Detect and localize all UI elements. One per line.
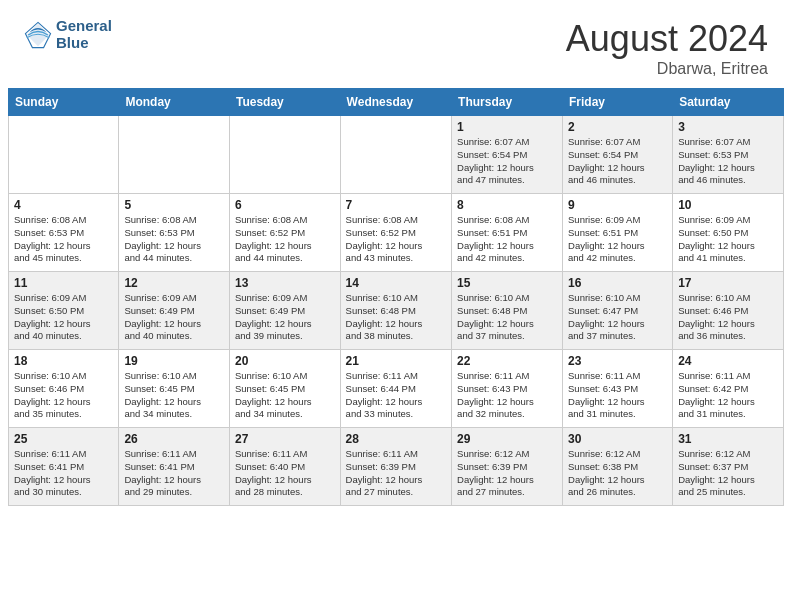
logo-general: General	[56, 18, 112, 35]
day-number: 8	[457, 198, 557, 212]
calendar-cell: 17Sunrise: 6:10 AM Sunset: 6:46 PM Dayli…	[673, 272, 784, 350]
day-number: 18	[14, 354, 113, 368]
calendar-cell: 23Sunrise: 6:11 AM Sunset: 6:43 PM Dayli…	[563, 350, 673, 428]
calendar-cell: 15Sunrise: 6:10 AM Sunset: 6:48 PM Dayli…	[452, 272, 563, 350]
day-info: Sunrise: 6:10 AM Sunset: 6:47 PM Dayligh…	[568, 292, 667, 343]
day-number: 14	[346, 276, 446, 290]
day-number: 9	[568, 198, 667, 212]
day-info: Sunrise: 6:11 AM Sunset: 6:42 PM Dayligh…	[678, 370, 778, 421]
calendar-cell: 20Sunrise: 6:10 AM Sunset: 6:45 PM Dayli…	[229, 350, 340, 428]
calendar-cell: 26Sunrise: 6:11 AM Sunset: 6:41 PM Dayli…	[119, 428, 230, 506]
calendar-cell: 19Sunrise: 6:10 AM Sunset: 6:45 PM Dayli…	[119, 350, 230, 428]
day-info: Sunrise: 6:11 AM Sunset: 6:39 PM Dayligh…	[346, 448, 446, 499]
header: General Blue August 2024 Dbarwa, Eritrea	[0, 0, 792, 88]
day-info: Sunrise: 6:08 AM Sunset: 6:52 PM Dayligh…	[235, 214, 335, 265]
day-number: 22	[457, 354, 557, 368]
day-number: 28	[346, 432, 446, 446]
day-number: 1	[457, 120, 557, 134]
day-number: 29	[457, 432, 557, 446]
day-number: 13	[235, 276, 335, 290]
day-info: Sunrise: 6:10 AM Sunset: 6:45 PM Dayligh…	[124, 370, 224, 421]
day-info: Sunrise: 6:10 AM Sunset: 6:48 PM Dayligh…	[457, 292, 557, 343]
day-number: 25	[14, 432, 113, 446]
day-info: Sunrise: 6:10 AM Sunset: 6:48 PM Dayligh…	[346, 292, 446, 343]
weekday-header-row: SundayMondayTuesdayWednesdayThursdayFrid…	[9, 89, 784, 116]
weekday-header-thursday: Thursday	[452, 89, 563, 116]
calendar-cell: 14Sunrise: 6:10 AM Sunset: 6:48 PM Dayli…	[340, 272, 451, 350]
calendar-cell: 3Sunrise: 6:07 AM Sunset: 6:53 PM Daylig…	[673, 116, 784, 194]
day-info: Sunrise: 6:08 AM Sunset: 6:53 PM Dayligh…	[124, 214, 224, 265]
day-number: 20	[235, 354, 335, 368]
day-info: Sunrise: 6:10 AM Sunset: 6:45 PM Dayligh…	[235, 370, 335, 421]
logo-icon	[24, 21, 52, 49]
calendar-cell	[119, 116, 230, 194]
calendar-cell: 11Sunrise: 6:09 AM Sunset: 6:50 PM Dayli…	[9, 272, 119, 350]
calendar-cell: 16Sunrise: 6:10 AM Sunset: 6:47 PM Dayli…	[563, 272, 673, 350]
calendar-cell: 8Sunrise: 6:08 AM Sunset: 6:51 PM Daylig…	[452, 194, 563, 272]
calendar-cell	[229, 116, 340, 194]
calendar-cell: 1Sunrise: 6:07 AM Sunset: 6:54 PM Daylig…	[452, 116, 563, 194]
calendar-wrapper: SundayMondayTuesdayWednesdayThursdayFrid…	[0, 88, 792, 514]
day-number: 11	[14, 276, 113, 290]
day-info: Sunrise: 6:12 AM Sunset: 6:38 PM Dayligh…	[568, 448, 667, 499]
day-info: Sunrise: 6:09 AM Sunset: 6:49 PM Dayligh…	[124, 292, 224, 343]
calendar-cell: 5Sunrise: 6:08 AM Sunset: 6:53 PM Daylig…	[119, 194, 230, 272]
calendar-cell: 27Sunrise: 6:11 AM Sunset: 6:40 PM Dayli…	[229, 428, 340, 506]
calendar: SundayMondayTuesdayWednesdayThursdayFrid…	[8, 88, 784, 506]
location: Dbarwa, Eritrea	[566, 60, 768, 78]
day-info: Sunrise: 6:10 AM Sunset: 6:46 PM Dayligh…	[678, 292, 778, 343]
day-number: 24	[678, 354, 778, 368]
day-number: 30	[568, 432, 667, 446]
week-row-3: 11Sunrise: 6:09 AM Sunset: 6:50 PM Dayli…	[9, 272, 784, 350]
day-info: Sunrise: 6:11 AM Sunset: 6:41 PM Dayligh…	[14, 448, 113, 499]
calendar-cell: 13Sunrise: 6:09 AM Sunset: 6:49 PM Dayli…	[229, 272, 340, 350]
week-row-2: 4Sunrise: 6:08 AM Sunset: 6:53 PM Daylig…	[9, 194, 784, 272]
calendar-cell: 25Sunrise: 6:11 AM Sunset: 6:41 PM Dayli…	[9, 428, 119, 506]
calendar-cell: 31Sunrise: 6:12 AM Sunset: 6:37 PM Dayli…	[673, 428, 784, 506]
day-number: 15	[457, 276, 557, 290]
day-number: 7	[346, 198, 446, 212]
day-info: Sunrise: 6:08 AM Sunset: 6:52 PM Dayligh…	[346, 214, 446, 265]
day-info: Sunrise: 6:10 AM Sunset: 6:46 PM Dayligh…	[14, 370, 113, 421]
calendar-cell: 9Sunrise: 6:09 AM Sunset: 6:51 PM Daylig…	[563, 194, 673, 272]
weekday-header-monday: Monday	[119, 89, 230, 116]
day-info: Sunrise: 6:07 AM Sunset: 6:54 PM Dayligh…	[568, 136, 667, 187]
calendar-cell: 30Sunrise: 6:12 AM Sunset: 6:38 PM Dayli…	[563, 428, 673, 506]
day-info: Sunrise: 6:11 AM Sunset: 6:43 PM Dayligh…	[457, 370, 557, 421]
calendar-cell: 21Sunrise: 6:11 AM Sunset: 6:44 PM Dayli…	[340, 350, 451, 428]
week-row-4: 18Sunrise: 6:10 AM Sunset: 6:46 PM Dayli…	[9, 350, 784, 428]
logo-blue: Blue	[56, 35, 112, 52]
calendar-cell: 10Sunrise: 6:09 AM Sunset: 6:50 PM Dayli…	[673, 194, 784, 272]
day-info: Sunrise: 6:07 AM Sunset: 6:53 PM Dayligh…	[678, 136, 778, 187]
calendar-cell	[340, 116, 451, 194]
weekday-header-wednesday: Wednesday	[340, 89, 451, 116]
day-number: 2	[568, 120, 667, 134]
day-info: Sunrise: 6:12 AM Sunset: 6:37 PM Dayligh…	[678, 448, 778, 499]
logo: General Blue	[24, 18, 112, 51]
day-number: 27	[235, 432, 335, 446]
day-info: Sunrise: 6:08 AM Sunset: 6:51 PM Dayligh…	[457, 214, 557, 265]
day-number: 12	[124, 276, 224, 290]
calendar-cell: 6Sunrise: 6:08 AM Sunset: 6:52 PM Daylig…	[229, 194, 340, 272]
day-number: 17	[678, 276, 778, 290]
weekday-header-saturday: Saturday	[673, 89, 784, 116]
weekday-header-friday: Friday	[563, 89, 673, 116]
day-info: Sunrise: 6:09 AM Sunset: 6:50 PM Dayligh…	[678, 214, 778, 265]
calendar-cell	[9, 116, 119, 194]
calendar-cell: 28Sunrise: 6:11 AM Sunset: 6:39 PM Dayli…	[340, 428, 451, 506]
day-number: 19	[124, 354, 224, 368]
day-number: 4	[14, 198, 113, 212]
day-info: Sunrise: 6:11 AM Sunset: 6:44 PM Dayligh…	[346, 370, 446, 421]
calendar-cell: 24Sunrise: 6:11 AM Sunset: 6:42 PM Dayli…	[673, 350, 784, 428]
day-number: 5	[124, 198, 224, 212]
logo-text: General Blue	[56, 18, 112, 51]
day-info: Sunrise: 6:09 AM Sunset: 6:49 PM Dayligh…	[235, 292, 335, 343]
day-number: 10	[678, 198, 778, 212]
day-info: Sunrise: 6:11 AM Sunset: 6:40 PM Dayligh…	[235, 448, 335, 499]
calendar-cell: 29Sunrise: 6:12 AM Sunset: 6:39 PM Dayli…	[452, 428, 563, 506]
day-number: 3	[678, 120, 778, 134]
weekday-header-sunday: Sunday	[9, 89, 119, 116]
day-number: 26	[124, 432, 224, 446]
day-number: 23	[568, 354, 667, 368]
day-info: Sunrise: 6:11 AM Sunset: 6:43 PM Dayligh…	[568, 370, 667, 421]
